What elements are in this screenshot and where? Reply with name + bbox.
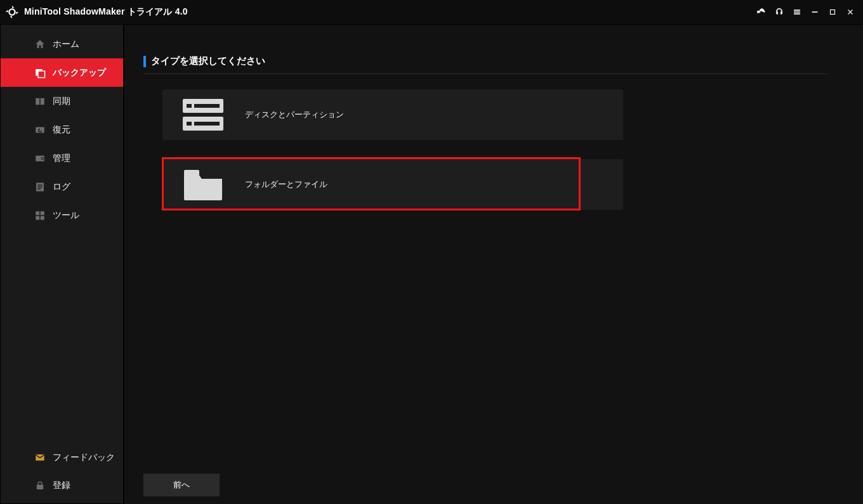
option-folders-files[interactable]: フォルダーとファイル xyxy=(162,159,623,210)
sidebar-item-label: ツール xyxy=(53,210,79,221)
svg-marker-1 xyxy=(10,16,12,18)
minimize-button[interactable] xyxy=(806,3,824,21)
svg-rect-28 xyxy=(194,104,220,108)
sidebar-item-label: バックアップ xyxy=(53,67,106,79)
svg-rect-30 xyxy=(194,122,220,126)
sidebar-item-label: 同期 xyxy=(53,96,70,107)
svg-rect-18 xyxy=(37,188,41,190)
menu-icon[interactable] xyxy=(788,3,806,21)
app-trial-suffix: トライアル 4.0 xyxy=(128,6,188,16)
svg-marker-3 xyxy=(16,12,18,15)
sidebar-nav: ホーム バックアップ 同期 復元 xyxy=(1,25,123,229)
sidebar-item-manage[interactable]: 管理 xyxy=(1,144,123,172)
sidebar-item-feedback[interactable]: フィードバック xyxy=(1,444,123,472)
svg-rect-6 xyxy=(831,10,835,15)
svg-rect-10 xyxy=(41,98,44,105)
highlight-overlay xyxy=(162,157,581,210)
options-list: ディスクとパーティション フォルダーとファイル xyxy=(143,89,827,210)
sync-icon xyxy=(34,95,46,108)
svg-rect-27 xyxy=(187,104,192,108)
svg-rect-29 xyxy=(187,122,192,126)
titlebar-left: MiniTool ShadowMaker トライアル 4.0 xyxy=(5,5,188,19)
svg-rect-5 xyxy=(812,11,817,12)
lock-icon xyxy=(34,479,46,492)
back-button-label: 前へ xyxy=(173,479,190,491)
maximize-button[interactable] xyxy=(824,3,841,21)
sidebar-item-label: フィードバック xyxy=(53,452,115,463)
svg-rect-8 xyxy=(38,71,45,78)
titlebar-controls xyxy=(753,3,859,21)
svg-rect-14 xyxy=(42,157,43,158)
svg-rect-16 xyxy=(37,184,43,186)
section-header: タイプを選択してください xyxy=(143,55,827,67)
backup-icon xyxy=(34,67,46,79)
svg-rect-17 xyxy=(37,186,43,188)
svg-rect-24 xyxy=(37,485,44,490)
sidebar-bottom: フィードバック 登録 xyxy=(1,444,123,503)
log-icon xyxy=(34,181,46,193)
accent-bar xyxy=(143,56,146,67)
close-button[interactable] xyxy=(841,3,859,21)
headset-icon[interactable] xyxy=(770,3,788,21)
sidebar: ホーム バックアップ 同期 復元 xyxy=(0,24,124,504)
sidebar-item-label: 管理 xyxy=(53,153,70,164)
bottom-bar: 前へ xyxy=(143,474,220,496)
key-icon[interactable] xyxy=(753,3,770,21)
svg-rect-21 xyxy=(36,216,39,219)
sidebar-item-sync[interactable]: 同期 xyxy=(1,87,123,115)
option-label: ディスクとパーティション xyxy=(245,109,344,120)
app-name: MiniTool ShadowMaker xyxy=(24,6,125,16)
feedback-icon xyxy=(34,451,46,464)
folder-icon xyxy=(181,166,225,203)
sidebar-item-register[interactable]: 登録 xyxy=(1,472,123,500)
page-title: タイプを選択してください xyxy=(151,55,265,67)
manage-icon xyxy=(34,152,46,165)
svg-rect-20 xyxy=(41,211,44,215)
sidebar-item-label: ホーム xyxy=(53,39,79,50)
restore-icon xyxy=(34,124,46,136)
app-logo-icon xyxy=(5,5,19,19)
disk-icon xyxy=(181,96,225,133)
sidebar-item-log[interactable]: ログ xyxy=(1,172,123,201)
svg-rect-31 xyxy=(184,170,199,176)
svg-rect-22 xyxy=(41,216,44,219)
option-disk-partition[interactable]: ディスクとパーティション xyxy=(162,89,623,140)
sidebar-item-home[interactable]: ホーム xyxy=(1,30,123,58)
app-title: MiniTool ShadowMaker トライアル 4.0 xyxy=(24,6,188,18)
sidebar-item-restore[interactable]: 復元 xyxy=(1,115,123,144)
svg-rect-19 xyxy=(36,211,39,215)
sidebar-item-label: ログ xyxy=(53,181,70,193)
sidebar-item-label: 登録 xyxy=(53,480,70,491)
home-icon xyxy=(34,38,46,51)
main-panel: タイプを選択してください xyxy=(124,24,863,504)
tools-icon xyxy=(34,209,46,222)
svg-marker-2 xyxy=(6,10,8,12)
option-label: フォルダーとファイル xyxy=(245,179,327,190)
svg-point-4 xyxy=(9,9,15,15)
svg-rect-9 xyxy=(36,98,39,105)
titlebar: MiniTool ShadowMaker トライアル 4.0 xyxy=(0,0,863,24)
divider xyxy=(143,74,827,74)
sidebar-item-label: 復元 xyxy=(53,124,70,136)
back-button[interactable]: 前へ xyxy=(143,474,220,496)
sidebar-item-tools[interactable]: ツール xyxy=(1,201,123,229)
sidebar-item-backup[interactable]: バックアップ xyxy=(1,58,123,87)
svg-marker-0 xyxy=(12,6,15,8)
